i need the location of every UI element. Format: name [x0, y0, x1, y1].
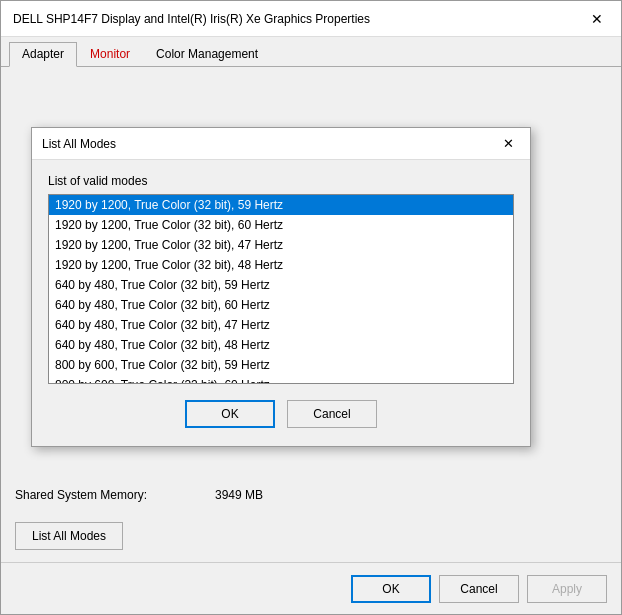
- modal-button-row: OK Cancel: [48, 400, 514, 432]
- tab-adapter[interactable]: Adapter: [9, 42, 77, 67]
- list-item[interactable]: 1920 by 1200, True Color (32 bit), 60 He…: [49, 215, 513, 235]
- modal-cancel-button[interactable]: Cancel: [287, 400, 377, 428]
- modal-title-bar: List All Modes ✕: [32, 128, 530, 160]
- modes-section-label: List of valid modes: [48, 174, 514, 188]
- tab-bar: Adapter Monitor Color Management: [1, 37, 621, 67]
- ok-button[interactable]: OK: [351, 575, 431, 603]
- shared-memory-label: Shared System Memory:: [15, 488, 195, 502]
- list-item[interactable]: 640 by 480, True Color (32 bit), 60 Hert…: [49, 295, 513, 315]
- list-item[interactable]: 1920 by 1200, True Color (32 bit), 59 He…: [49, 195, 513, 215]
- tab-monitor[interactable]: Monitor: [77, 42, 143, 67]
- window-close-button[interactable]: ✕: [585, 9, 609, 29]
- window-title: DELL SHP14F7 Display and Intel(R) Iris(R…: [13, 12, 370, 26]
- bottom-button-bar: OK Cancel Apply: [1, 562, 621, 614]
- modal-content: List of valid modes 1920 by 1200, True C…: [32, 160, 530, 446]
- main-content-area: Shared System Memory: 3949 MB List All M…: [1, 67, 621, 562]
- list-item[interactable]: 800 by 600, True Color (32 bit), 60 Hert…: [49, 375, 513, 383]
- cancel-button[interactable]: Cancel: [439, 575, 519, 603]
- modes-listbox-container: 1920 by 1200, True Color (32 bit), 59 He…: [48, 194, 514, 384]
- list-item[interactable]: 1920 by 1200, True Color (32 bit), 48 He…: [49, 255, 513, 275]
- shared-memory-value: 3949 MB: [215, 488, 263, 502]
- list-all-modes-button[interactable]: List All Modes: [15, 522, 123, 550]
- shared-memory-row: Shared System Memory: 3949 MB: [15, 488, 263, 502]
- list-item[interactable]: 640 by 480, True Color (32 bit), 59 Hert…: [49, 275, 513, 295]
- list-item[interactable]: 1920 by 1200, True Color (32 bit), 47 He…: [49, 235, 513, 255]
- title-bar: DELL SHP14F7 Display and Intel(R) Iris(R…: [1, 1, 621, 37]
- apply-button[interactable]: Apply: [527, 575, 607, 603]
- list-all-modes-dialog: List All Modes ✕ List of valid modes 192…: [31, 127, 531, 447]
- modal-close-button[interactable]: ✕: [497, 134, 520, 153]
- modes-listbox[interactable]: 1920 by 1200, True Color (32 bit), 59 He…: [49, 195, 513, 383]
- modal-title: List All Modes: [42, 137, 116, 151]
- list-item[interactable]: 640 by 480, True Color (32 bit), 48 Hert…: [49, 335, 513, 355]
- list-item[interactable]: 800 by 600, True Color (32 bit), 59 Hert…: [49, 355, 513, 375]
- list-item[interactable]: 640 by 480, True Color (32 bit), 47 Hert…: [49, 315, 513, 335]
- tab-color-management[interactable]: Color Management: [143, 42, 271, 67]
- main-window: DELL SHP14F7 Display and Intel(R) Iris(R…: [0, 0, 622, 615]
- modal-ok-button[interactable]: OK: [185, 400, 275, 428]
